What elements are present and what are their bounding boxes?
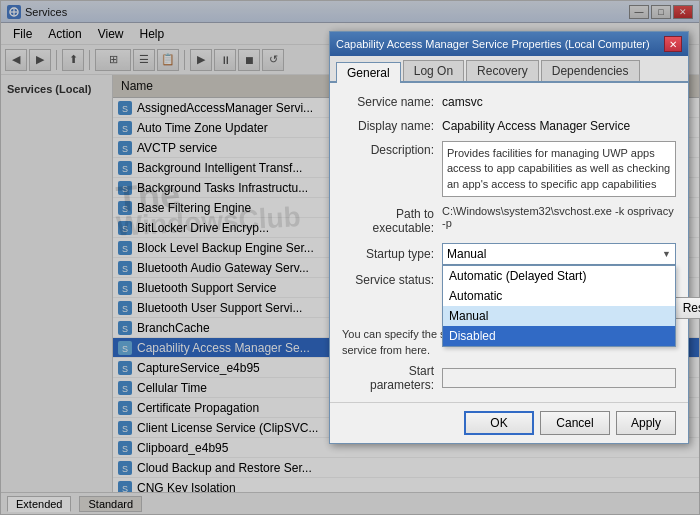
modal-dialog: Capability Access Manager Service Proper… bbox=[329, 31, 689, 444]
dropdown-item-disabled[interactable]: Disabled bbox=[443, 326, 675, 346]
dropdown-item-automatic[interactable]: Automatic bbox=[443, 286, 675, 306]
startup-select-display[interactable]: Manual ▼ bbox=[442, 243, 676, 265]
startup-dropdown[interactable]: Automatic (Delayed Start) Automatic Manu… bbox=[442, 265, 676, 347]
service-name-value: camsvc bbox=[442, 93, 676, 109]
startup-select-container: Manual ▼ Automatic (Delayed Start) Autom… bbox=[442, 243, 676, 265]
dropdown-arrow-icon: ▼ bbox=[662, 249, 671, 259]
path-value: C:\Windows\system32\svchost.exe -k ospri… bbox=[442, 205, 676, 229]
dropdown-item-manual[interactable]: Manual bbox=[443, 306, 675, 326]
service-status-label: Service status: bbox=[342, 273, 442, 287]
modal-title-bar: Capability Access Manager Service Proper… bbox=[330, 32, 688, 56]
dropdown-item-auto-delayed[interactable]: Automatic (Delayed Start) bbox=[443, 266, 675, 286]
cancel-button[interactable]: Cancel bbox=[540, 411, 610, 435]
modal-title: Capability Access Manager Service Proper… bbox=[336, 38, 650, 50]
modal-footer: OK Cancel Apply bbox=[330, 402, 688, 443]
service-name-row: Service name: camsvc bbox=[342, 93, 676, 109]
modal-tabs: General Log On Recovery Dependencies bbox=[330, 56, 688, 83]
description-label: Description: bbox=[342, 141, 442, 157]
path-label: Path to executable: bbox=[342, 205, 442, 235]
modal-overlay: Capability Access Manager Service Proper… bbox=[1, 1, 699, 514]
service-name-label: Service name: bbox=[342, 93, 442, 109]
display-name-row: Display name: Capability Access Manager … bbox=[342, 117, 676, 133]
path-row: Path to executable: C:\Windows\system32\… bbox=[342, 205, 676, 235]
ok-button[interactable]: OK bbox=[464, 411, 534, 435]
modal-body: Service name: camsvc Display name: Capab… bbox=[330, 83, 688, 402]
description-value: Provides facilities for managing UWP app… bbox=[442, 141, 676, 197]
modal-close-button[interactable]: ✕ bbox=[664, 36, 682, 52]
main-window: Services — □ ✕ File Action View Help ◀ ▶… bbox=[0, 0, 700, 515]
tab-recovery[interactable]: Recovery bbox=[466, 60, 539, 81]
startup-row: Startup type: Manual ▼ Automatic (Delaye… bbox=[342, 243, 676, 265]
tab-dependencies[interactable]: Dependencies bbox=[541, 60, 640, 81]
startup-type-label: Startup type: bbox=[342, 247, 442, 261]
startup-current-value: Manual bbox=[447, 247, 662, 261]
apply-button[interactable]: Apply bbox=[616, 411, 676, 435]
tab-logon[interactable]: Log On bbox=[403, 60, 464, 81]
display-name-value: Capability Access Manager Service bbox=[442, 117, 676, 133]
param-input[interactable] bbox=[442, 368, 676, 388]
display-name-label: Display name: bbox=[342, 117, 442, 133]
tab-general[interactable]: General bbox=[336, 62, 401, 83]
description-row: Description: Provides facilities for man… bbox=[342, 141, 676, 197]
param-row: Start parameters: bbox=[342, 364, 676, 392]
param-label: Start parameters: bbox=[342, 364, 442, 392]
